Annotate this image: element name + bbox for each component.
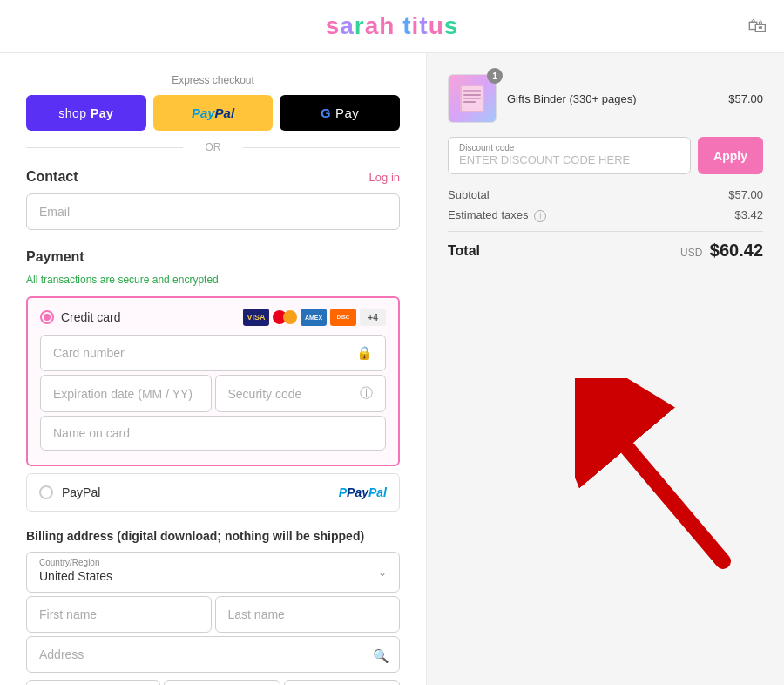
paypal-option-left: PayPal: [39, 485, 100, 499]
payment-header: Payment: [26, 249, 400, 265]
payment-subtitle: All transactions are secure and encrypte…: [26, 274, 400, 286]
product-price: $57.00: [728, 92, 763, 105]
city-field[interactable]: [26, 680, 160, 685]
shop-pay-button[interactable]: shop Pay: [26, 95, 146, 131]
apply-button[interactable]: Apply: [698, 137, 763, 174]
discover-icon: DISC: [330, 309, 356, 326]
name-placeholder: Name on card: [53, 426, 130, 440]
total-currency: USD: [680, 247, 702, 259]
zip-field[interactable]: [284, 680, 400, 685]
svg-rect-2: [463, 90, 481, 92]
cart-icon[interactable]: 🛍: [747, 15, 767, 37]
subtotal-value: $57.00: [728, 188, 763, 201]
product-info: Gifts Binder (330+ pages): [507, 91, 718, 106]
card-fields: Card number 🔒 Expiration date (MM / YY) …: [40, 335, 386, 451]
tax-info-icon[interactable]: i: [534, 210, 546, 222]
first-name-field[interactable]: [26, 596, 212, 633]
discount-row: Discount code ENTER DISCOUNT CODE HERE A…: [448, 137, 763, 174]
svg-rect-3: [463, 94, 481, 96]
address-field: 🔍: [26, 636, 400, 676]
country-label: Country/Region: [39, 558, 387, 567]
total-label: Total: [448, 243, 480, 259]
taxes-label: Estimated taxes i: [448, 208, 546, 222]
paypal-option-label: PayPal: [62, 485, 100, 499]
svg-line-7: [627, 448, 723, 561]
radio-inner: [44, 314, 51, 321]
mastercard-icon: [273, 309, 297, 325]
product-name: Gifts Binder (330+ pages): [507, 92, 637, 105]
paypal-radio[interactable]: [39, 485, 53, 499]
site-logo: sarah titus: [17, 12, 767, 40]
country-chevron-icon: ⌄: [378, 566, 387, 579]
card-icons: VISA AMEX DISC +4: [243, 309, 386, 326]
contact-title: Contact: [26, 169, 78, 185]
payment-title: Payment: [26, 249, 84, 265]
card-number-placeholder: Card number: [53, 346, 125, 360]
state-field[interactable]: State ⌄: [164, 680, 280, 685]
left-panel: Express checkout shop Pay PayPal G Pay O…: [0, 53, 427, 685]
header: sarah titus 🛍: [0, 0, 784, 53]
card-expiry-security-row: Expiration date (MM / YY) Security code …: [40, 375, 386, 416]
billing-section: Billing address (digital download; nothi…: [26, 529, 400, 685]
login-link[interactable]: Log in: [369, 171, 400, 184]
express-checkout-label: Express checkout: [26, 74, 400, 86]
total-row: Total USD $60.42: [448, 231, 763, 261]
address-input[interactable]: [26, 636, 400, 673]
or-divider: OR: [26, 141, 400, 153]
right-panel: 1 Gifts Binder (330+ pages) $57.00 Disco…: [427, 53, 784, 685]
name-row: [26, 596, 400, 633]
red-arrow-annotation: [575, 378, 749, 570]
question-icon: ⓘ: [360, 385, 373, 402]
discount-code-input-wrapper[interactable]: Discount code ENTER DISCOUNT CODE HERE: [448, 137, 691, 174]
paypal-option[interactable]: PayPal PPayPal: [26, 473, 400, 512]
express-checkout-buttons: shop Pay PayPal G Pay: [26, 95, 400, 131]
country-field[interactable]: Country/Region United States ⌄: [26, 552, 400, 593]
credit-card-radio[interactable]: [40, 310, 54, 324]
credit-card-label: Credit card: [61, 310, 120, 324]
tax-value: $3.42: [734, 208, 763, 222]
svg-rect-4: [463, 98, 481, 99]
email-field[interactable]: [26, 193, 400, 230]
city-state-row: State ⌄: [26, 680, 400, 685]
lock-icon: 🔒: [356, 345, 373, 361]
card-number-field[interactable]: Card number 🔒: [40, 335, 386, 371]
gpay-button[interactable]: G Pay: [280, 95, 400, 131]
paypal-express-button[interactable]: PayPal: [153, 95, 274, 131]
expiry-field[interactable]: Expiration date (MM / YY): [40, 375, 212, 412]
more-cards-icon: +4: [360, 309, 386, 326]
svg-rect-5: [463, 101, 476, 103]
contact-header: Contact Log in: [26, 169, 400, 185]
subtotal-label: Subtotal: [448, 188, 490, 201]
taxes-row: Estimated taxes i $3.42: [448, 208, 763, 222]
security-field[interactable]: Security code ⓘ: [215, 375, 387, 412]
discount-value: ENTER DISCOUNT CODE HERE: [459, 153, 679, 166]
shop-pay-label: shop Pay: [58, 106, 113, 120]
order-item: 1 Gifts Binder (330+ pages) $57.00: [448, 74, 763, 123]
last-name-field[interactable]: [215, 596, 401, 633]
payment-section: Payment All transactions are secure and …: [26, 249, 400, 512]
total-amount: $60.42: [710, 241, 763, 260]
paypal-express-label: PayPal: [192, 105, 234, 120]
gpay-label: G Pay: [321, 105, 359, 120]
visa-icon: VISA: [243, 309, 269, 326]
product-thumbnail: 1: [448, 74, 497, 123]
billing-title: Billing address (digital download; nothi…: [26, 529, 400, 543]
subtotal-row: Subtotal $57.00: [448, 188, 763, 201]
credit-card-left: Credit card: [40, 310, 120, 324]
amex-icon: AMEX: [301, 309, 327, 326]
paypal-logo: PPayPal: [339, 485, 387, 500]
total-amount-container: USD $60.42: [680, 241, 763, 261]
name-on-card-field[interactable]: Name on card: [40, 416, 386, 451]
expiry-placeholder: Expiration date (MM / YY): [53, 387, 193, 401]
discount-label: Discount code: [459, 143, 679, 153]
security-placeholder: Security code: [228, 387, 302, 401]
credit-card-option[interactable]: Credit card VISA AMEX DISC +4: [26, 296, 400, 466]
country-value: United States: [39, 569, 387, 583]
product-badge: 1: [487, 68, 503, 84]
credit-card-header: Credit card VISA AMEX DISC +4: [40, 309, 386, 326]
search-icon: 🔍: [373, 648, 389, 664]
main-layout: Express checkout shop Pay PayPal G Pay O…: [0, 53, 784, 685]
binder-icon: [456, 83, 488, 114]
